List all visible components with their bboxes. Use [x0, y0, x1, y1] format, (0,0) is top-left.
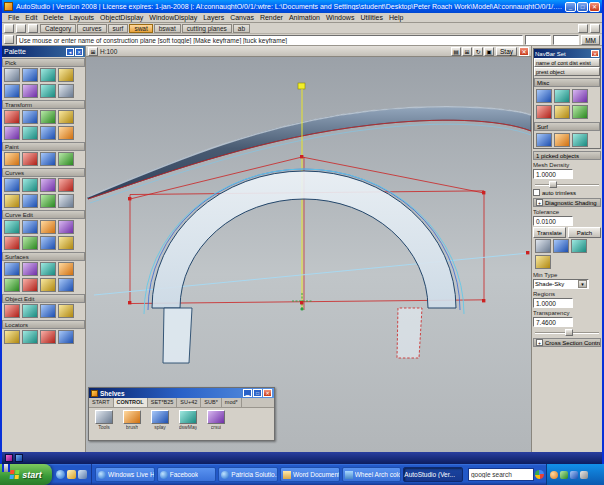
palette-tool-icon[interactable]: [4, 194, 20, 208]
chevron-down-icon[interactable]: ▾: [578, 280, 587, 288]
shelves-tab[interactable]: SET*B25: [148, 398, 178, 407]
palette-section-header[interactable]: Transform: [2, 100, 85, 109]
panel-tool-icon[interactable]: [554, 105, 570, 119]
palette-tool-icon[interactable]: [22, 84, 38, 98]
palette-tool-icon[interactable]: [22, 330, 38, 344]
cross-section-header[interactable]: + Cross Section Control: [533, 338, 601, 347]
control-vertex-marker[interactable]: [526, 251, 529, 254]
search-input[interactable]: [468, 468, 534, 481]
palette-section-header[interactable]: Curves: [2, 168, 85, 177]
options-icon[interactable]: [578, 24, 588, 33]
shelf-tool[interactable]: Tools: [91, 410, 117, 430]
palette-tool-icon[interactable]: [40, 126, 56, 140]
diagnostic-shading-header[interactable]: + Diagnostic Shading: [533, 198, 601, 207]
shelf-tool[interactable]: dswMay: [175, 410, 201, 430]
prompt-field[interactable]: Use mouse or enter name of construction …: [16, 35, 523, 45]
maximize-button[interactable]: □: [577, 2, 588, 12]
palette-tool-icon[interactable]: [58, 126, 74, 140]
arch-right-leg[interactable]: [397, 308, 422, 358]
minimize-button[interactable]: _: [565, 2, 576, 12]
tray-icon[interactable]: [560, 471, 568, 479]
transparency-slider[interactable]: [535, 329, 599, 336]
palette-section-header[interactable]: Paint: [2, 142, 85, 151]
taskbar-task-button[interactable]: Facebook: [157, 467, 217, 482]
control-vertex-marker[interactable]: [300, 301, 303, 304]
menu-item[interactable]: Edit: [22, 14, 40, 21]
palette-section-header[interactable]: Curve Edit: [2, 210, 85, 219]
shelf-tab[interactable]: surf: [108, 24, 129, 33]
shelf-tab[interactable]: ab: [233, 24, 250, 33]
control-vertex-marker[interactable]: [128, 301, 131, 304]
palette-tool-icon[interactable]: [22, 278, 38, 292]
panel-tool-icon[interactable]: [536, 105, 552, 119]
viewport-header-icon[interactable]: ↻: [473, 47, 483, 56]
show-desktop-icon[interactable]: [78, 470, 87, 479]
mesh-density-field[interactable]: 1.0000: [533, 169, 573, 179]
shelves-minimize-icon[interactable]: ▁: [243, 389, 252, 397]
viewport-header[interactable]: ⊞ H:100 ▤⊞↻▣ Stay ✕: [86, 46, 531, 57]
palette-tool-icon[interactable]: [58, 110, 74, 124]
palette-tool-icon[interactable]: [4, 304, 20, 318]
promptline[interactable]: [2, 452, 602, 464]
shelves-tab[interactable]: SUB*: [201, 398, 221, 407]
palette-collapse-icon[interactable]: ◂: [66, 48, 74, 56]
palette-tool-icon[interactable]: [22, 152, 38, 166]
palette-tool-icon[interactable]: [4, 278, 20, 292]
palette-tool-icon[interactable]: [58, 194, 74, 208]
viewport-header-icon[interactable]: ⊞: [462, 47, 472, 56]
palette-tool-icon[interactable]: [22, 68, 38, 82]
palette-tool-icon[interactable]: [40, 68, 56, 82]
palette-tool-icon[interactable]: [4, 68, 20, 82]
palette-tool-icon[interactable]: [58, 68, 74, 82]
menu-item[interactable]: Render: [257, 14, 286, 21]
shelf-tab[interactable]: swat: [129, 24, 152, 33]
navbar-row-button[interactable]: prest object: [534, 67, 600, 76]
slider-thumb[interactable]: [549, 181, 557, 188]
palette-tool-icon[interactable]: [4, 84, 20, 98]
new-icon[interactable]: [4, 24, 14, 33]
shelf-tab[interactable]: Category: [40, 24, 76, 33]
palette-section-header[interactable]: Surfaces: [2, 252, 85, 261]
palette-tool-icon[interactable]: [58, 178, 74, 192]
menu-item[interactable]: ObjectDisplay: [97, 14, 146, 21]
shelf-tool-icon[interactable]: [207, 410, 225, 424]
palette-tool-icon[interactable]: [40, 236, 56, 250]
menu-item[interactable]: Animation: [286, 14, 323, 21]
shelves-tab[interactable]: START: [89, 398, 114, 407]
viewport-grid-icon[interactable]: ⊞: [88, 47, 98, 56]
palette-tool-icon[interactable]: [4, 330, 20, 344]
mail-icon[interactable]: [67, 470, 76, 479]
shelf-tool-icon[interactable]: [95, 410, 113, 424]
palette-tool-icon[interactable]: [4, 236, 20, 250]
viewport-header-icon[interactable]: ▤: [451, 47, 461, 56]
panel-tool-icon[interactable]: [572, 133, 588, 147]
palette-section-header[interactable]: Object Edit: [2, 294, 85, 303]
shelves-titlebar[interactable]: Shelves ▁ □ ✕: [89, 388, 274, 398]
palette-tool-icon[interactable]: [4, 110, 20, 124]
palette-tool-icon[interactable]: [22, 220, 38, 234]
viewport-stay-button[interactable]: Stay: [496, 47, 517, 56]
marking-menu-button[interactable]: MM: [581, 35, 600, 45]
shelf-tab[interactable]: bswat: [154, 24, 181, 33]
shelf-tab[interactable]: curves: [77, 24, 106, 33]
save-icon[interactable]: [28, 24, 38, 33]
patch-button[interactable]: Patch: [568, 227, 601, 238]
palette-titlebar[interactable]: Palette ◂ ✕: [2, 46, 85, 57]
shelves-maximize-icon[interactable]: □: [253, 389, 262, 397]
palette-tool-icon[interactable]: [40, 110, 56, 124]
palette-tool-icon[interactable]: [40, 152, 56, 166]
navbar-row-button[interactable]: name of cont dist exist: [534, 58, 600, 67]
tray-icon[interactable]: [580, 471, 588, 479]
min-type-dropdown[interactable]: Shade-Sky ▾: [533, 279, 589, 289]
shelf-tool-icon[interactable]: [179, 410, 197, 424]
coord-field-1[interactable]: [525, 35, 551, 45]
expand-icon[interactable]: +: [536, 199, 543, 206]
palette-tool-icon[interactable]: [40, 194, 56, 208]
internet-explorer-icon[interactable]: [56, 470, 65, 479]
shelf-tool-icon[interactable]: [151, 410, 169, 424]
control-vertex-marker[interactable]: [482, 191, 485, 194]
open-icon[interactable]: [16, 24, 26, 33]
regions-field[interactable]: 1.0000: [533, 298, 573, 308]
viewport-close-icon[interactable]: ✕: [519, 47, 529, 56]
menu-item[interactable]: Canvas: [227, 14, 257, 21]
